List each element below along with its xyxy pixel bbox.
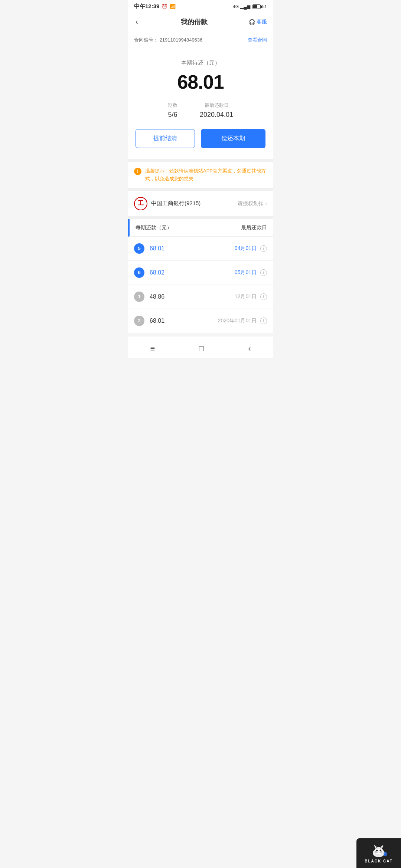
bank-right: 请授权划扣 › <box>238 200 267 207</box>
payment-row: 2 68.01 2020年01月01日 i <box>128 309 273 333</box>
table-header-right: 最后还款日 <box>241 224 267 231</box>
bottom-nav: ≡ □ ‹ <box>128 336 273 358</box>
period-item: 期数 5/6 <box>168 102 177 119</box>
period-badge: 1 <box>134 292 144 302</box>
payment-amount: 48.86 <box>150 293 235 300</box>
battery-level: 51 <box>262 4 267 9</box>
period-badge: 5 <box>134 243 144 254</box>
payment-row: 5 68.01 04月01日 i <box>128 237 273 261</box>
due-date-item: 最后还款日 2020.04.01 <box>200 102 233 119</box>
period-badge: 6 <box>134 267 144 278</box>
bank-row[interactable]: 工 中国工商银行(9215) 请授权划扣 › <box>128 191 273 219</box>
status-right: 4G ▂▄▆ 51 <box>233 4 267 9</box>
table-header-left: 每期还款（元） <box>136 224 172 231</box>
alarm-icon: ⏰ <box>162 4 167 9</box>
back-nav-button[interactable]: ‹ <box>241 342 258 355</box>
bank-left: 工 中国工商银行(9215) <box>134 197 200 210</box>
page-title: 我的借款 <box>181 17 208 26</box>
warning-icon: ! <box>134 168 141 175</box>
payment-date: 12月01日 <box>235 293 257 300</box>
contract-bar: 合同编号： 2191101994849636 查看合同 <box>128 32 273 48</box>
contract-number-row: 合同编号： 2191101994849636 <box>134 37 202 43</box>
amount-section: 本期待还（元） 68.01 期数 5/6 最后还款日 2020.04.01 提前… <box>128 48 273 162</box>
menu-button[interactable]: ≡ <box>143 342 162 355</box>
early-settlement-button[interactable]: 提前结清 <box>136 129 195 148</box>
period-badge: 2 <box>134 316 144 326</box>
info-icon[interactable]: i <box>260 245 267 252</box>
service-label: 客服 <box>257 19 267 25</box>
notice-bar: ! 温馨提示：还款请认准钱站APP官方渠道，勿通过其他方式，以免造成您的损失 <box>128 162 273 191</box>
due-date-label: 最后还款日 <box>200 102 233 109</box>
payment-section: 每期还款（元） 最后还款日 5 68.01 04月01日 i 6 68.02 0… <box>128 219 273 333</box>
payment-date: 04月01日 <box>235 245 257 252</box>
payment-rows: 5 68.01 04月01日 i 6 68.02 05月01日 i 1 48.8… <box>128 237 273 333</box>
due-date-value: 2020.04.01 <box>200 111 233 119</box>
info-icon[interactable]: i <box>260 293 267 300</box>
payment-amount: 68.01 <box>150 245 235 252</box>
amount-label: 本期待还（元） <box>136 59 265 66</box>
top-nav: ‹ 我的借款 🎧 客服 <box>128 11 273 32</box>
period-value: 5/6 <box>168 111 177 119</box>
customer-service-button[interactable]: 🎧 客服 <box>249 19 267 25</box>
payment-row: 1 48.86 12月01日 i <box>128 285 273 309</box>
action-buttons: 提前结清 偿还本期 <box>136 129 265 148</box>
payment-date: 05月01日 <box>235 269 257 276</box>
headphone-icon: 🎧 <box>249 19 255 25</box>
bank-logo-icon: 工 <box>134 197 147 210</box>
payment-amount: 68.02 <box>150 269 235 276</box>
repay-current-button[interactable]: 偿还本期 <box>201 129 265 148</box>
view-contract-link[interactable]: 查看合同 <box>248 37 267 43</box>
chevron-right-icon: › <box>265 200 267 207</box>
notice-text: 温馨提示：还款请认准钱站APP官方渠道，勿通过其他方式，以免造成您的损失 <box>145 167 267 183</box>
payment-row: 6 68.02 05月01日 i <box>128 261 273 285</box>
notification-icon: 📶 <box>170 4 176 9</box>
info-icon[interactable]: i <box>260 318 267 324</box>
status-bar: 中午12:39 ⏰ 📶 4G ▂▄▆ 51 <box>128 0 273 11</box>
contract-label: 合同编号： <box>134 37 158 43</box>
info-icon[interactable]: i <box>260 269 267 276</box>
signal-bars-icon: ▂▄▆ <box>240 4 250 9</box>
payment-date: 2020年01月01日 <box>218 318 257 324</box>
home-button[interactable]: □ <box>192 342 211 355</box>
auth-label: 请授权划扣 <box>238 200 264 207</box>
amount-meta: 期数 5/6 最后还款日 2020.04.01 <box>136 102 265 119</box>
payment-amount: 68.01 <box>150 318 218 324</box>
table-header: 每期还款（元） 最后还款日 <box>128 219 273 237</box>
signal-label: 4G <box>233 4 239 9</box>
battery-icon <box>252 4 261 9</box>
contract-number: 2191101994849636 <box>160 37 203 43</box>
bank-name: 中国工商银行(9215) <box>151 200 200 207</box>
period-label: 期数 <box>168 102 177 109</box>
status-time: 中午12:39 <box>134 3 159 10</box>
amount-value: 68.01 <box>136 71 265 93</box>
back-button[interactable]: ‹ <box>134 16 140 27</box>
